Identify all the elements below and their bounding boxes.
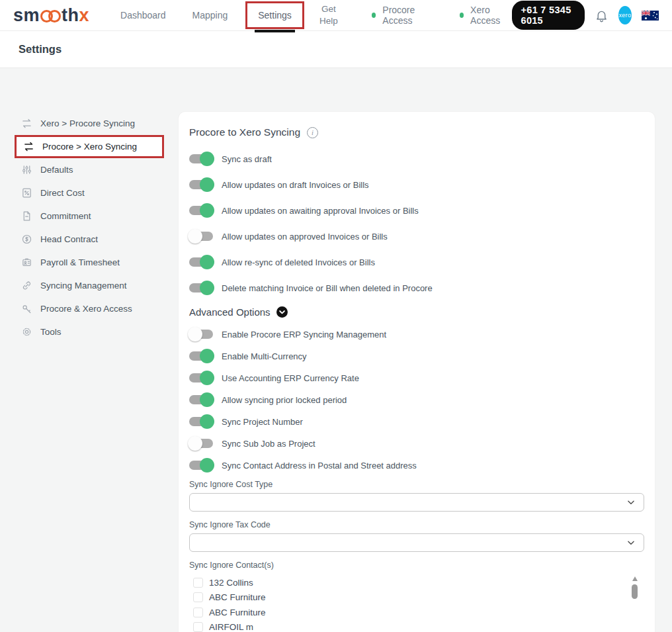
chevron-down-icon [626, 498, 636, 507]
toggle-on[interactable] [189, 206, 213, 215]
toggle-on[interactable] [189, 351, 213, 361]
toggle-on[interactable] [189, 257, 213, 267]
key-icon [21, 303, 32, 314]
nav-dashboard[interactable]: Dashboard [112, 6, 175, 24]
procore-access-status[interactable]: Procore Access [372, 5, 435, 26]
infinity-rings-icon [40, 10, 61, 23]
toggle-knob [188, 327, 202, 341]
contact-row: ABC Furniture [193, 590, 644, 606]
percent-doc-icon [21, 187, 32, 199]
sidebar-item-label: Head Contract [40, 234, 98, 244]
info-icon[interactable]: i [307, 127, 318, 138]
toggle-knob [200, 458, 214, 473]
tax-code-select[interactable] [189, 533, 644, 552]
chevron-down-circle-icon[interactable] [276, 306, 288, 318]
content-area: Xero > Procore SyncingProcore > Xero Syn… [0, 68, 672, 632]
toggle-on[interactable] [189, 395, 213, 404]
sliders-icon [21, 164, 32, 175]
bell-icon[interactable] [595, 9, 609, 23]
toggle-label: Sync as draft [222, 154, 272, 164]
settings-panel: Procore to Xero Syncing i Sync as draftA… [179, 112, 655, 632]
contact-label: ABC Furniture [209, 592, 266, 602]
id-badge-icon [21, 257, 32, 268]
toggle-row: Sync as draft [189, 152, 644, 166]
sidebar-item[interactable]: Payroll & Timesheet [15, 251, 164, 274]
logo-text-sm: sm [13, 7, 40, 24]
smoothx-logo[interactable]: sm th x [13, 7, 89, 24]
toggle-label: Enable Procore ERP Syncing Management [222, 330, 386, 339]
toggle-on[interactable] [189, 373, 213, 383]
contact-checkbox[interactable] [193, 592, 203, 602]
toggle-row: Sync Contact Address in Postal and Stree… [189, 458, 644, 473]
select-label: Sync Ignore Cost Type [189, 480, 644, 489]
page-title: Settings [19, 43, 62, 56]
cost-type-select[interactable] [189, 493, 644, 512]
contacts-list-label: Sync Ignore Contact(s) [189, 561, 644, 570]
logo-text-th: th [62, 7, 79, 24]
toggle-label: Sync Sub Job as Project [222, 439, 315, 449]
toggle-row: Sync Project Number [189, 414, 644, 429]
advanced-options-header: Advanced Options [189, 306, 644, 318]
toggle-on[interactable] [189, 283, 213, 293]
navbar-right-cluster: +61 7 5345 6015 xero [512, 1, 659, 30]
toggle-row: Use Accounting ERP Currency Rate [189, 371, 644, 385]
sidebar-item[interactable]: Direct Cost [15, 181, 164, 204]
toggle-row: Allow updates on approved Invoices or Bi… [189, 229, 644, 244]
sidebar-item[interactable]: Procore & Xero Access [15, 297, 164, 320]
sidebar-item-label: Syncing Management [40, 281, 127, 291]
contact-row: ABC Furniture [193, 605, 644, 620]
toggle-label: Allow re-sync of deleted Invoices or Bil… [222, 257, 375, 267]
sidebar-item[interactable]: Xero > Procore Syncing [15, 112, 164, 135]
section-title: Procore to Xero Syncing [189, 126, 300, 138]
sidebar-item[interactable]: Procore > Xero Syncing [15, 135, 164, 158]
phone-number-badge[interactable]: +61 7 5345 6015 [512, 1, 585, 30]
nav-settings[interactable]: Settings [245, 1, 304, 29]
nav-get-help[interactable]: Get Help [314, 3, 344, 27]
contact-checkbox[interactable] [193, 622, 203, 632]
toggle-row: Delete matching Invoice or Bill when del… [189, 281, 644, 295]
toggle-row: Allow updates on awaiting approval Invoi… [189, 203, 644, 218]
connection-statuses: Procore Access Xero Access [372, 5, 512, 26]
sidebar-item[interactable]: Head Contract [15, 228, 164, 251]
sidebar-item[interactable]: Syncing Management [15, 274, 164, 297]
toggle-on[interactable] [189, 154, 213, 163]
xero-access-label: Xero Access [470, 5, 511, 26]
scroll-up-arrow-icon[interactable] [632, 576, 638, 581]
contact-label: ABC Furniture [209, 608, 266, 617]
contact-row: AIRFOIL m [193, 620, 644, 632]
toggle-knob [200, 255, 214, 269]
toggle-knob [200, 371, 214, 385]
toggle-off[interactable] [189, 232, 213, 241]
toggle-knob [200, 203, 214, 218]
toggle-on[interactable] [189, 180, 213, 189]
toggle-knob [200, 152, 214, 166]
toggle-off[interactable] [189, 439, 213, 448]
toggle-on[interactable] [189, 417, 213, 426]
australia-flag-icon[interactable] [642, 11, 659, 21]
contact-checkbox[interactable] [193, 578, 203, 588]
logo-text-x: x [79, 7, 90, 24]
sidebar-item-label: Xero > Procore Syncing [40, 118, 135, 128]
xero-avatar[interactable]: xero [618, 6, 632, 24]
sidebar-item[interactable]: Commitment [15, 204, 164, 228]
sidebar-item[interactable]: Tools [15, 320, 164, 343]
toggle-knob [188, 436, 202, 451]
toggle-label: Allow updates on draft Invoices or Bills [222, 180, 369, 190]
toggle-label: Sync Project Number [222, 417, 303, 427]
toggle-off[interactable] [189, 330, 213, 339]
nav-mapping[interactable]: Mapping [184, 6, 237, 24]
gear-icon [21, 326, 32, 338]
sidebar-item-label: Tools [40, 327, 62, 337]
toggle-knob [200, 414, 214, 429]
toggle-row: Allow re-sync of deleted Invoices or Bil… [189, 255, 644, 269]
toggle-group-advanced: Enable Procore ERP Syncing ManagementEna… [189, 327, 644, 473]
toggle-on[interactable] [189, 461, 213, 470]
toggle-knob [188, 229, 202, 244]
sidebar-item[interactable]: Defaults [15, 158, 164, 181]
scrollbar-thumb[interactable] [632, 584, 638, 599]
main-nav: Dashboard Mapping Settings Get Help [112, 1, 344, 29]
contact-checkbox[interactable] [193, 608, 203, 617]
green-dot-icon [372, 13, 376, 18]
xero-access-status[interactable]: Xero Access [460, 5, 512, 26]
list-scrollbar[interactable] [632, 576, 638, 599]
